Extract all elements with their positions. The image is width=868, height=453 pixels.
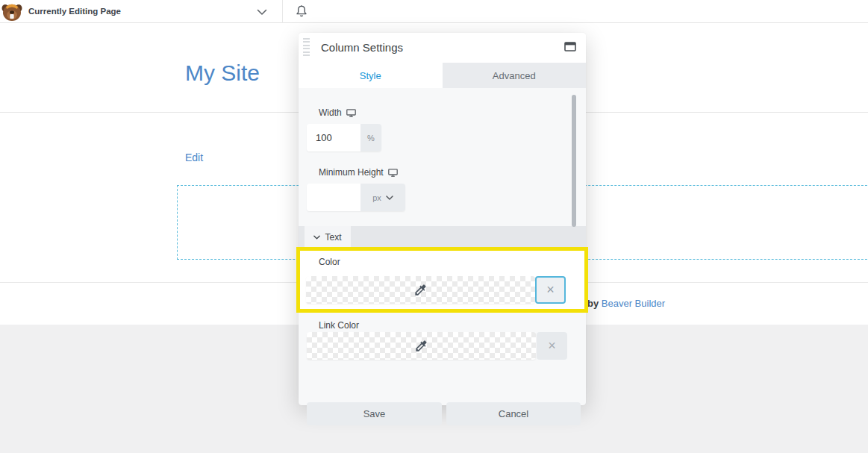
min-height-input-group: px	[307, 184, 405, 211]
text-section-toggle[interactable]: Text	[305, 226, 351, 249]
min-height-unit-select[interactable]: px	[360, 184, 405, 211]
link-color-label: Link Color	[319, 320, 359, 331]
tab-advanced[interactable]: Advanced	[443, 63, 587, 88]
panel-drag-handle[interactable]	[303, 38, 310, 58]
link-color-clear-button[interactable]: ×	[537, 332, 567, 360]
beaver-builder-logo[interactable]	[1, 1, 22, 22]
close-icon: ×	[546, 282, 555, 298]
save-button[interactable]: Save	[307, 402, 442, 425]
width-input[interactable]	[307, 124, 360, 151]
notifications-bell-icon[interactable]	[295, 4, 308, 19]
expand-window-icon[interactable]	[564, 42, 576, 51]
eyedropper-icon	[414, 339, 428, 353]
color-field-highlight: Color ×	[296, 247, 588, 313]
link-color-swatch-button[interactable]	[307, 332, 536, 360]
width-label-text: Width	[319, 107, 342, 118]
footer-credit: by Beaver Builder	[587, 298, 665, 309]
panel-tabs: Style Advanced	[299, 63, 586, 88]
min-height-label: Minimum Height	[319, 167, 398, 178]
cancel-button[interactable]: Cancel	[446, 402, 581, 425]
width-unit-label: %	[360, 124, 381, 151]
eyedropper-icon	[413, 283, 428, 297]
width-input-group: %	[307, 124, 381, 151]
footer-credit-prefix: by	[587, 298, 599, 309]
color-label: Color	[319, 257, 340, 267]
topbar-divider	[282, 0, 283, 23]
min-height-label-text: Minimum Height	[319, 167, 384, 178]
beaver-builder-link[interactable]: Beaver Builder	[602, 298, 665, 309]
min-height-input[interactable]	[307, 184, 360, 211]
editor-topbar: Currently Editing Page	[0, 0, 868, 23]
close-icon: ×	[548, 338, 556, 354]
panel-title: Column Settings	[321, 41, 403, 54]
color-swatch-button[interactable]	[306, 276, 535, 304]
chevron-down-icon	[313, 235, 320, 240]
currently-editing-label: Currently Editing Page	[28, 7, 121, 16]
site-title-link[interactable]: My Site	[185, 60, 260, 86]
chevron-down-icon[interactable]	[257, 9, 267, 16]
color-clear-button[interactable]: ×	[535, 276, 566, 304]
column-settings-panel: Column Settings Style Advanced Width % M…	[299, 33, 586, 405]
tab-style[interactable]: Style	[299, 63, 443, 88]
responsive-toggle-icon[interactable]	[346, 109, 356, 117]
responsive-toggle-icon[interactable]	[388, 169, 398, 177]
panel-header: Column Settings	[299, 33, 586, 63]
text-section-band: Text	[299, 226, 586, 249]
text-section-label: Text	[325, 232, 341, 243]
panel-scrollbar-thumb[interactable]	[572, 95, 576, 227]
min-height-unit-label: px	[372, 193, 381, 202]
chevron-down-icon	[386, 196, 393, 200]
beaver-builder-editor: My Site Edit by Beaver Builder Currently…	[0, 0, 868, 453]
edit-link[interactable]: Edit	[185, 151, 203, 163]
width-label: Width	[319, 107, 356, 118]
